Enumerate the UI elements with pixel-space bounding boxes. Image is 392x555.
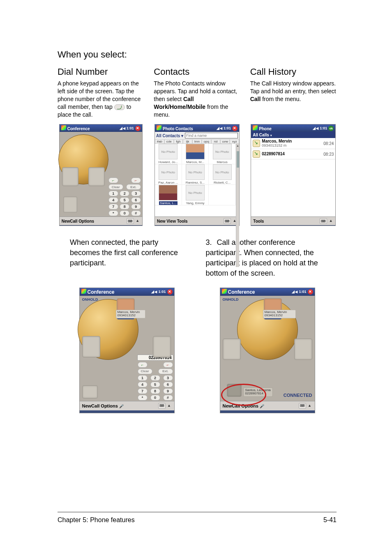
alpha-index[interactable]: #abcdefghijklmnopqrstuvwxyz xyxy=(155,139,239,144)
key-7[interactable]: 7 xyxy=(138,388,148,394)
contact-cell[interactable]: Marcos, M... xyxy=(182,144,209,164)
contact-photo-thumb xyxy=(186,144,205,159)
key-0[interactable]: 0 xyxy=(120,210,129,216)
ok-icon[interactable]: ok xyxy=(328,126,334,131)
key-6[interactable]: 6 xyxy=(131,197,141,203)
contact-cell[interactable]: No PhotoRickett, C... xyxy=(209,164,236,185)
key-1[interactable]: 1 xyxy=(138,375,148,381)
sip-icon[interactable]: ⌨ xyxy=(158,403,166,409)
talk-key[interactable]: ⌐ xyxy=(108,177,118,183)
alpha-tab[interactable]: #ab xyxy=(155,139,164,144)
alpha-tab[interactable]: cde xyxy=(164,139,174,144)
end-key[interactable]: ⌐ xyxy=(131,177,141,183)
key-5[interactable]: 5 xyxy=(150,382,160,387)
call-history-row[interactable]: Marcos, Mervin0934013152 m08:24 xyxy=(251,138,335,149)
onhold-slot-photo[interactable] xyxy=(227,384,242,397)
screenshot-conference-onhold-dialing: Conference 1:01 ✕ ONHOLD Marcos, Mervin0… xyxy=(79,288,175,413)
alpha-tab[interactable]: uvw xyxy=(220,139,230,144)
menu-up-icon[interactable]: ▲ xyxy=(328,218,333,223)
alpha-tab[interactable]: fgh xyxy=(174,139,183,144)
talk-key[interactable]: ⌐ xyxy=(138,362,148,368)
key-star[interactable]: * xyxy=(108,210,118,216)
key-8[interactable]: 8 xyxy=(150,388,160,394)
close-icon[interactable]: ✕ xyxy=(135,126,141,131)
alpha-tab[interactable]: xyz xyxy=(230,139,239,144)
col-contacts: Contacts The Photo Contacts window appea… xyxy=(154,67,240,118)
alpha-tab[interactable]: rst xyxy=(211,139,221,144)
dial-heading: Dial Number xyxy=(58,67,144,77)
key-3[interactable]: 3 xyxy=(163,375,173,381)
clock-time: 1:01 xyxy=(299,290,306,294)
key-star[interactable]: * xyxy=(138,395,148,401)
alpha-tab[interactable]: opq xyxy=(202,139,211,144)
sip-icon[interactable]: ⌨ xyxy=(299,403,306,409)
softkey-left[interactable]: NewCall Options xyxy=(223,403,258,408)
menu-up-icon[interactable]: ▲ xyxy=(307,403,312,408)
menu-up-icon[interactable]: ▲ xyxy=(167,403,172,408)
calls-filter-dropdown[interactable]: All Calls ▾ xyxy=(251,132,335,138)
key-7[interactable]: 7 xyxy=(108,204,118,210)
onhold-slot[interactable] xyxy=(82,385,98,398)
contact-cell[interactable]: No PhotoYang, Emmy xyxy=(182,185,209,205)
onhold-slot[interactable] xyxy=(63,197,77,213)
history-body: The Call History window appears. Tap and… xyxy=(250,80,337,103)
alpha-tab[interactable]: lmn xyxy=(192,139,202,144)
close-icon[interactable]: ✕ xyxy=(167,289,173,295)
menu-up-icon[interactable]: ▲ xyxy=(135,218,140,223)
participant-slot[interactable] xyxy=(153,336,171,357)
speaker-icon xyxy=(154,290,157,294)
participant-slot[interactable] xyxy=(82,336,100,357)
contact-cell[interactable]: No PhotoMarcus xyxy=(209,144,236,164)
signal-icon xyxy=(292,290,294,294)
participant-slot[interactable] xyxy=(223,339,241,360)
clock-time: 1:01 xyxy=(158,290,166,294)
key-4[interactable]: 4 xyxy=(108,197,118,203)
filter-dropdown[interactable]: All Contacts ▾ xyxy=(156,134,183,138)
ext-key[interactable]: Ext. xyxy=(158,368,173,374)
contact-name: Rickett, C... xyxy=(214,181,231,184)
key-2[interactable]: 2 xyxy=(150,375,160,381)
clear-key[interactable]: Clear xyxy=(138,368,152,374)
key-0[interactable]: 0 xyxy=(150,395,160,401)
speaker-icon xyxy=(220,126,222,130)
clear-key[interactable]: Clear xyxy=(108,184,123,190)
mute-icon[interactable]: 🎤 xyxy=(260,404,264,408)
onhold-name-tag: Santos, Ledesma0228907814 xyxy=(243,387,273,397)
signal-icon xyxy=(217,126,219,130)
ext-key[interactable]: Ext. xyxy=(126,184,141,190)
key-1[interactable]: 1 xyxy=(108,191,118,196)
key-2[interactable]: 2 xyxy=(120,191,129,196)
key-9[interactable]: 9 xyxy=(131,204,141,210)
softkey-left[interactable]: NewCall Options xyxy=(82,403,118,408)
key-4[interactable]: 4 xyxy=(138,382,148,387)
key-hash[interactable]: # xyxy=(131,210,141,216)
close-icon[interactable]: ✕ xyxy=(232,126,238,131)
sip-icon[interactable]: ⌨ xyxy=(320,218,327,224)
contact-cell[interactable]: No PhotoHoward, Jo... xyxy=(155,144,182,164)
contact-cell[interactable]: No PhotoRamirez, S... xyxy=(182,164,209,185)
participant-name-tag: Marcos, Mervin0934013152 xyxy=(116,310,145,318)
key-8[interactable]: 8 xyxy=(120,204,129,210)
close-icon[interactable]: ✕ xyxy=(308,289,313,295)
participant-slot[interactable] xyxy=(88,167,105,186)
contact-cell[interactable]: Santos, L... xyxy=(155,185,182,205)
key-5[interactable]: 5 xyxy=(120,197,129,203)
participant-slot[interactable] xyxy=(62,167,78,186)
softkey-left[interactable]: Tools xyxy=(253,219,264,223)
mute-icon[interactable]: 🎤 xyxy=(119,404,124,408)
key-3[interactable]: 3 xyxy=(131,191,141,196)
end-key[interactable]: ⌐ xyxy=(163,362,173,368)
participant-slot[interactable] xyxy=(294,339,312,360)
scroll-bar[interactable] xyxy=(236,144,239,267)
alpha-tab[interactable]: ijk xyxy=(183,139,192,144)
softkey-left[interactable]: NewCall Options xyxy=(62,219,94,223)
call-history-row[interactable]: 022890781408:23 xyxy=(251,149,335,159)
key-9[interactable]: 9 xyxy=(163,388,173,394)
sip-icon[interactable]: ⌨ xyxy=(127,218,134,224)
conference-area xyxy=(60,132,107,216)
window-title: Conference xyxy=(67,127,90,131)
contact-cell[interactable]: No PhotoPaz, Aaron ... xyxy=(155,164,182,185)
key-hash[interactable]: # xyxy=(163,395,173,401)
key-6[interactable]: 6 xyxy=(163,382,173,387)
find-input[interactable] xyxy=(185,133,238,138)
